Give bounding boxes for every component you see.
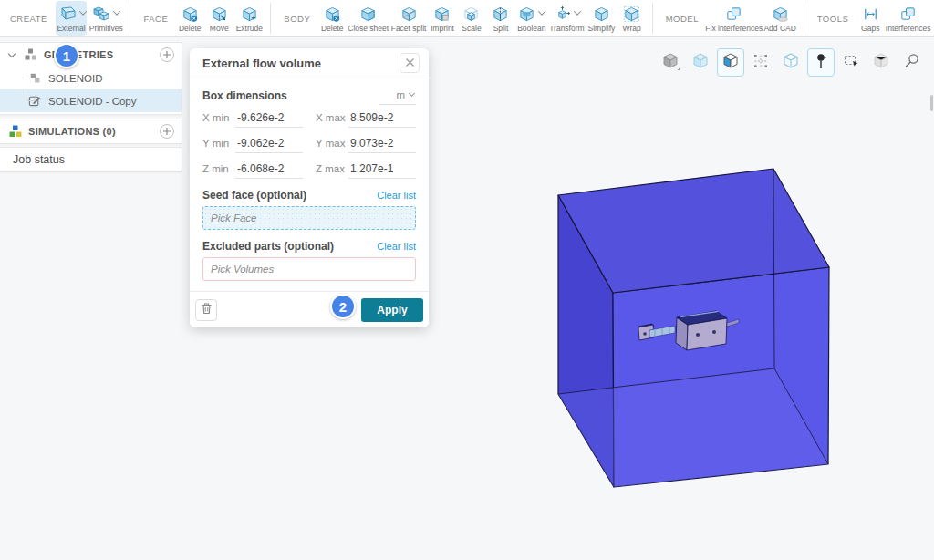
cube-extrude-icon <box>241 5 258 23</box>
toolbar-divider <box>652 3 653 34</box>
gaps-icon <box>862 5 879 23</box>
chevron-down-icon <box>79 7 87 15</box>
loupe-icon <box>901 51 921 75</box>
add-button[interactable] <box>160 47 174 62</box>
toolbar-button-boolean[interactable]: Boolean <box>516 1 547 36</box>
vertex-select-icon <box>751 51 771 75</box>
primitives-cubes-icon <box>92 5 110 23</box>
toolbar-button-extrude-face[interactable]: Extrude <box>234 1 264 36</box>
cube-move-icon <box>211 5 228 23</box>
seed-clear-list-link[interactable]: Clear list <box>377 190 416 201</box>
squares-overlap-icon <box>899 5 917 23</box>
wireframe-cube-icon <box>781 51 801 75</box>
excluded-clear-list-link[interactable]: Clear list <box>377 241 416 252</box>
cube-wrap-icon <box>623 5 640 23</box>
excluded-parts-label: Excluded parts (optional) <box>202 240 334 253</box>
cube-split-icon <box>492 5 509 23</box>
face-select-cube-icon <box>721 51 741 75</box>
add-simulation-button[interactable] <box>160 124 174 139</box>
chevron-down-icon <box>409 90 415 97</box>
toolbar-button-delete-body[interactable]: Delete <box>318 1 346 36</box>
cube-scale-icon <box>462 5 480 23</box>
toolbar-button-transform[interactable]: Transform <box>549 1 586 36</box>
cube-boolean-icon <box>518 5 535 23</box>
x-min-field[interactable]: -9.626e-2 <box>235 111 303 128</box>
delete-button[interactable] <box>195 299 217 321</box>
simulations-icon <box>7 124 23 140</box>
cube-delete-icon <box>324 5 341 23</box>
chevron-down-icon <box>113 7 120 15</box>
edit-pencil-icon <box>27 93 43 109</box>
job-status-label: Job status <box>13 153 65 166</box>
transparent-cube-icon <box>690 51 711 75</box>
box-select-icon <box>841 51 861 75</box>
viewport-tool-face-select[interactable] <box>717 48 744 77</box>
seed-face-label: Seed face (optional) <box>202 189 306 202</box>
toolbar-divider <box>130 3 130 34</box>
dialog-footer: Apply <box>190 291 429 327</box>
cube-delete-icon <box>182 5 199 23</box>
job-status-panel[interactable]: Job status <box>0 147 182 172</box>
toolbar-button-interferences[interactable]: Interferences <box>886 1 930 36</box>
toolbar-button-add-cad[interactable]: Add CAD <box>763 1 797 36</box>
viewport-tool-probe-point[interactable] <box>807 48 835 77</box>
cube-simplify-icon <box>593 5 610 23</box>
viewport-tool-isolate <box>867 48 895 77</box>
close-button[interactable] <box>400 53 420 73</box>
toolbar-button-external[interactable]: External <box>56 1 87 36</box>
viewport-tool-box-select[interactable] <box>837 48 865 77</box>
squares-overlap-icon <box>725 5 742 23</box>
toolbar-button-delete-face[interactable]: Delete <box>176 1 203 36</box>
trash-icon <box>201 302 213 318</box>
chevron-down-icon <box>574 7 581 15</box>
toolbar-group-label-body: BODY <box>284 14 310 24</box>
toolbar-button-simplify[interactable]: Simplify <box>586 1 616 36</box>
toolbar-button-scale[interactable]: Scale <box>458 1 485 36</box>
apply-button[interactable]: Apply <box>361 298 423 322</box>
toolbar-button-facet-split[interactable]: Facet split <box>390 1 427 36</box>
x-max-field[interactable]: 8.509e-2 <box>348 111 416 128</box>
probe-pin-icon <box>811 51 831 75</box>
toolbar-button-split[interactable]: Split <box>487 1 514 36</box>
y-max-field[interactable]: 9.073e-2 <box>348 137 416 153</box>
toolbar-group-label-model: MODEL <box>666 14 699 24</box>
y-min-field[interactable]: -9.062e-2 <box>235 137 303 153</box>
viewport-tool-vertex-select[interactable] <box>747 48 774 77</box>
z-max-field[interactable]: 1.207e-1 <box>348 162 416 179</box>
external-box-icon <box>57 5 77 22</box>
toolbar-button-imprint[interactable]: Imprint <box>429 1 456 36</box>
close-icon <box>405 55 415 71</box>
tree-scrollbar[interactable] <box>930 95 933 111</box>
toolbar-button-gaps[interactable]: Gaps <box>856 1 884 36</box>
viewport-tool-transparent-view[interactable] <box>687 48 714 77</box>
cube-close-sheet-icon <box>359 5 377 23</box>
chevron-down-icon[interactable] <box>8 49 16 57</box>
viewport-tool-measure[interactable] <box>898 48 925 77</box>
toolbar-button-close-sheet[interactable]: Close sheet <box>348 1 389 36</box>
unit-dropdown[interactable]: m <box>379 88 416 105</box>
simulations-panel[interactable]: SIMULATIONS (0) <box>0 119 182 144</box>
cube-add-cad-icon <box>772 5 789 23</box>
unit-value: m <box>396 89 405 100</box>
box-dimensions-grid: X min -9.626e-2 X max 8.509e-2 Y min -9.… <box>202 111 416 179</box>
dialog-title: External flow volume <box>202 57 321 70</box>
toolbar-group-label-face: FACE <box>143 14 168 24</box>
toolbar-button-move-face[interactable]: Move <box>205 1 233 36</box>
dialog-header: External flow volume <box>190 48 429 78</box>
viewport-tool-wireframe-view[interactable] <box>777 48 804 77</box>
sidebar-item-solenoid-copy[interactable]: SOLENOID - Copy <box>0 89 182 112</box>
toolbar-divider <box>804 3 804 34</box>
step-2-badge: 2 <box>330 294 356 319</box>
viewport-tool-render-mode[interactable] <box>657 48 684 77</box>
scene-3d <box>511 156 930 521</box>
toolbar-button-fix-interferences[interactable]: Fix interferences <box>707 1 762 36</box>
toolbar-divider <box>270 3 271 34</box>
z-min-field[interactable]: -6.068e-2 <box>235 162 303 179</box>
box-dimensions-label: Box dimensions <box>202 89 287 102</box>
pick-face-input[interactable]: Pick Face <box>202 206 416 230</box>
toolbar-button-primitives[interactable]: Primitives <box>88 1 123 36</box>
pick-volumes-input[interactable]: Pick Volumes <box>202 257 416 281</box>
viewport-canvas[interactable]: 0.1 m <box>0 37 934 560</box>
cube-imprint-icon <box>433 5 451 23</box>
toolbar-button-wrap[interactable]: Wrap <box>618 1 646 36</box>
